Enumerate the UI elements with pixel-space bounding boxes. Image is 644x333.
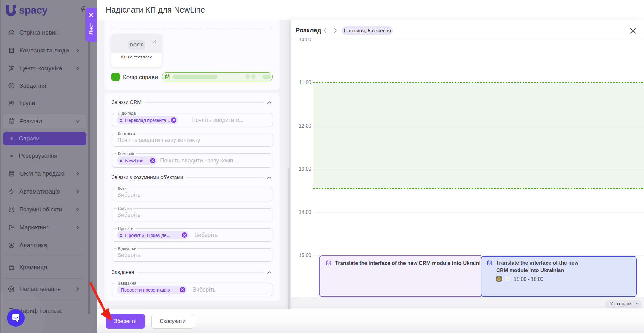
svg-text:spacy: spacy <box>19 5 48 16</box>
